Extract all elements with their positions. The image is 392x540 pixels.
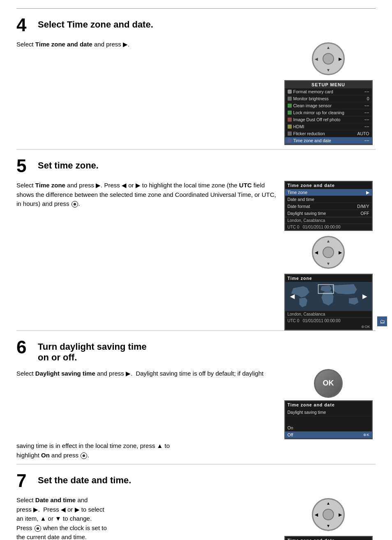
step6-number: 6 bbox=[16, 338, 32, 356]
step4-dpad: ▲ ▼ ◀ ▶ bbox=[312, 42, 345, 75]
step7-dpad: ▲ ▼ ◀ ▶ bbox=[312, 498, 345, 531]
dst-off-label: Off bbox=[288, 432, 293, 437]
tzmap-city: London, Casablanca bbox=[285, 311, 372, 317]
map-arrows: ◀ ▶ bbox=[288, 293, 369, 300]
dpad-down: ▼ bbox=[326, 68, 330, 72]
dst-menu-title: Time zone and date bbox=[285, 401, 372, 408]
menu-row-lock: Lock mirror up for cleaning −− bbox=[285, 109, 372, 116]
dpad2-down: ▼ bbox=[326, 261, 330, 266]
timezone-date-menu: Time zone and date Time zone ▶ Date and … bbox=[284, 181, 373, 231]
dpad2-up: ▲ bbox=[326, 239, 330, 243]
dust-label: Image Dust Off ref photo bbox=[293, 117, 341, 122]
monitor-icon bbox=[288, 97, 292, 101]
dpad-center3 bbox=[323, 509, 334, 520]
tzdate-title: Time zone and date bbox=[285, 182, 372, 189]
step4-text: Select Time zone and date and press ▶. bbox=[16, 40, 281, 49]
dt-label: Date and time bbox=[288, 197, 314, 202]
clean-value: −− bbox=[364, 103, 369, 108]
dpad-center2 bbox=[323, 247, 334, 258]
step5-header: 5 Set time zone. bbox=[16, 157, 376, 175]
dpad3-down: ▼ bbox=[326, 524, 330, 528]
page-container: 4 Select Time zone and date. Select Time… bbox=[0, 0, 392, 540]
film-icon bbox=[288, 118, 292, 122]
dst-off-ok: ⊛K bbox=[363, 433, 369, 437]
step7-header: 7 Set the date and time. bbox=[16, 472, 376, 490]
dpad2: ▲ ▼ ◀ ▶ bbox=[312, 236, 345, 269]
lock-value: −− bbox=[364, 110, 369, 115]
ok-circle-7: ⊛ bbox=[35, 525, 41, 532]
brightness-label: Monitor brightness bbox=[293, 96, 329, 101]
tzdate-row-timezone: Time zone ▶ bbox=[285, 189, 372, 196]
step7-section: 7 Set the date and time. Select Date and… bbox=[16, 464, 376, 540]
dst-menu-screen: Time zone and date Daylight saving time … bbox=[284, 400, 373, 439]
step6-header: 6 Turn daylight saving timeon or off. bbox=[16, 338, 376, 363]
step6-text-below: saving time is in effect in the local ti… bbox=[16, 441, 376, 460]
tzdate-row-datetime: Date and time bbox=[285, 196, 372, 203]
dpad3: ▲ ▼ ◀ ▶ bbox=[312, 498, 345, 531]
step4-number: 4 bbox=[16, 16, 32, 34]
step7-body: Select Date and time and press ▶. Press … bbox=[16, 496, 376, 540]
dpad2-right: ▶ bbox=[339, 250, 342, 255]
step5-text: Select Time zone and press ▶. Press ◀ or… bbox=[16, 181, 281, 209]
step6-visuals: OK Time zone and date Daylight saving ti… bbox=[281, 369, 376, 439]
step5-title: Set time zone. bbox=[38, 157, 99, 171]
dst-value: OFF bbox=[361, 211, 369, 216]
step4-visuals: ▲ ▼ ◀ ▶ SETUP MENU Format memory card −− bbox=[281, 40, 376, 145]
step5-visuals: Time zone and date Time zone ▶ Date and … bbox=[281, 181, 376, 326]
step6-text: Select Daylight saving time and press ▶.… bbox=[16, 369, 281, 381]
timezone-map-screen: Time zone bbox=[284, 274, 373, 330]
menu-row-flicker: Flicker reduction AUTO bbox=[285, 130, 372, 137]
setup-menu-title: SETUP MENU bbox=[285, 81, 372, 88]
hdmi-label: HDMI bbox=[293, 124, 304, 129]
dpad-up: ▲ bbox=[326, 45, 330, 50]
map-right-arrow: ▶ bbox=[362, 293, 367, 300]
clean-label: Clean image sensor bbox=[293, 103, 332, 108]
menu-row-format: Format memory card −− bbox=[285, 88, 372, 95]
dpad3-up: ▲ bbox=[326, 501, 330, 505]
tzdate-row-format: Date format D/M/Y bbox=[285, 203, 372, 210]
dt-menu-title: Time zone and date bbox=[285, 537, 372, 540]
dpad-left: ◀ bbox=[315, 57, 318, 61]
menu-row-brightness: Monitor brightness 0 bbox=[285, 95, 372, 102]
timezone-label: Time zone and date bbox=[293, 138, 331, 143]
step5-section: 5 Set time zone. Select Time zone and pr… bbox=[16, 150, 376, 331]
tzmap-utc: UTC 0 01/01/2011 00:00:00 bbox=[285, 317, 372, 324]
step5-dpad: ▲ ▼ ◀ ▶ bbox=[312, 236, 345, 269]
tzdate-row-dst: Daylight saving time OFF bbox=[285, 210, 372, 217]
tz-label: Time zone bbox=[288, 190, 308, 195]
dpad2-left: ◀ bbox=[315, 250, 318, 255]
step5-number: 5 bbox=[16, 157, 32, 175]
dpad: ▲ ▼ ◀ ▶ bbox=[312, 42, 345, 75]
dst-on-row: On bbox=[285, 425, 372, 432]
step4-title: Select Time zone and date. bbox=[38, 16, 153, 30]
menu-row-dust: Image Dust Off ref photo −− bbox=[285, 116, 372, 123]
brightness-value: 0 bbox=[367, 96, 369, 101]
step4-section: 4 Select Time zone and date. Select Time… bbox=[16, 9, 376, 150]
dst-on-label: On bbox=[288, 425, 293, 430]
tz-arrow: ▶ bbox=[366, 190, 369, 195]
dst-off-row: Off ⊛K bbox=[285, 432, 372, 438]
dpad3-right: ▶ bbox=[339, 512, 342, 517]
df-value: D/M/Y bbox=[357, 204, 369, 209]
format-label: Format memory card bbox=[293, 89, 333, 94]
tzmap-ok: ⊛OK bbox=[285, 324, 372, 330]
step7-number: 7 bbox=[16, 472, 32, 490]
step7-text: Select Date and time and press ▶. Press … bbox=[16, 496, 281, 540]
utc-time: UTC 0 01/01/2011 00:00:00 bbox=[285, 224, 372, 230]
tzmap-title: Time zone bbox=[285, 275, 372, 282]
setup-menu-screen: SETUP MENU Format memory card −− Monitor… bbox=[284, 80, 373, 145]
folder-icon-box: 🗂 bbox=[377, 316, 387, 326]
dpad-right: ▶ bbox=[339, 57, 342, 61]
menu-row-clean: Clean image sensor −− bbox=[285, 102, 372, 109]
dpad3-left: ◀ bbox=[315, 512, 318, 517]
lock-label: Lock mirror up for cleaning bbox=[293, 110, 344, 115]
clock-icon bbox=[288, 138, 292, 143]
datetime-menu-screen: Time zone and date Date and time Y M D H… bbox=[284, 536, 373, 540]
dst-subtitle: Daylight saving time bbox=[285, 408, 372, 416]
hdmi-icon bbox=[288, 125, 292, 129]
camera-icon bbox=[288, 90, 292, 94]
flicker-label: Flicker reduction bbox=[293, 131, 325, 136]
step6-body: Select Daylight saving time and press ▶.… bbox=[16, 369, 376, 439]
flicker-value: AUTO bbox=[357, 131, 369, 136]
dst-label: Daylight saving time bbox=[288, 211, 326, 216]
